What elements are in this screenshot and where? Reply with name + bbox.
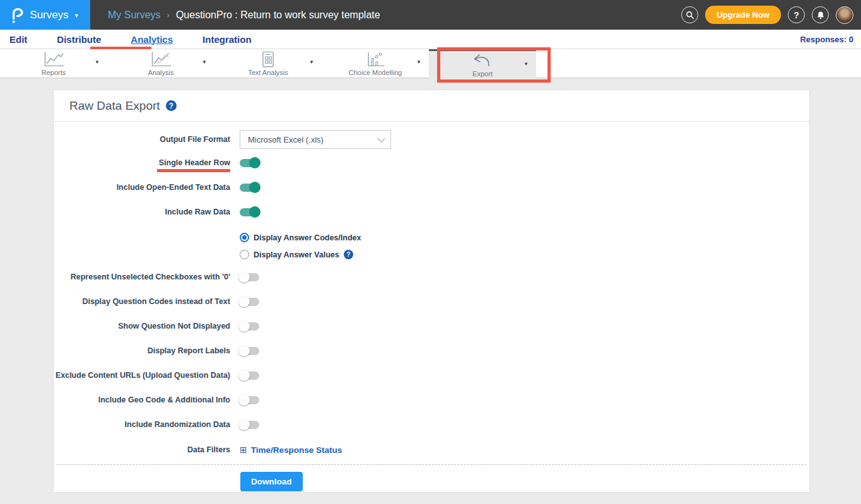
single-header-row-toggle[interactable] xyxy=(240,159,259,167)
dropdown-caret-icon[interactable]: ▼ xyxy=(95,59,100,65)
exclude-content-urls-toggle[interactable] xyxy=(240,372,259,380)
question-not-displayed-row: Show Question Not Displayed xyxy=(54,320,809,332)
content-area: Raw Data Export ? Output File Format Mic… xyxy=(0,78,861,504)
chevron-down-icon: ▼ xyxy=(74,13,79,19)
bell-icon xyxy=(816,11,825,20)
toggle-knob xyxy=(238,320,250,332)
report-labels-label: Display Report Labels xyxy=(54,346,230,355)
question-not-displayed-label: Show Question Not Displayed xyxy=(54,322,230,331)
output-file-format-row: Output File Format Microsoft Excel (.xls… xyxy=(54,130,809,149)
tab-integration[interactable]: Integration xyxy=(202,34,252,45)
exclude-content-urls-row: Exclude Content URLs (Upload Question Da… xyxy=(54,369,809,382)
single-header-row-row: Single Header Row xyxy=(54,156,809,169)
toggle-knob xyxy=(249,157,261,168)
toolbar-label: Choice Modelling xyxy=(349,69,402,76)
toolbar-label: Reports xyxy=(42,69,66,76)
select-chevron-icon xyxy=(377,134,385,143)
question-not-displayed-toggle[interactable] xyxy=(240,322,259,331)
display-answer-values-label: Display Answer Values xyxy=(254,250,339,259)
include-raw-data-row: Include Raw Data xyxy=(54,206,809,218)
display-answer-values-radio[interactable] xyxy=(240,250,249,259)
help-button[interactable]: ? xyxy=(788,6,805,23)
question-codes-toggle[interactable] xyxy=(240,298,259,306)
analysis-chart-icon xyxy=(148,51,173,68)
topbar-actions: Upgrade Now ? xyxy=(681,0,853,30)
include-open-ended-label: Include Open-Ended Text Data xyxy=(54,183,230,192)
exclude-content-urls-label: Exclude Content URLs (Upload Question Da… xyxy=(54,371,230,380)
tab-edit[interactable]: Edit xyxy=(9,34,27,45)
output-file-format-select[interactable]: Microsoft Excel (.xls) xyxy=(240,130,391,149)
upgrade-now-button[interactable]: Upgrade Now xyxy=(705,6,781,24)
report-labels-toggle[interactable] xyxy=(240,347,259,355)
expand-plus-icon: ⊞ xyxy=(240,445,247,454)
search-icon xyxy=(686,11,694,20)
search-button[interactable] xyxy=(681,6,698,23)
page-title: Raw Data Export xyxy=(69,99,160,113)
toggle-knob xyxy=(249,182,261,193)
question-codes-row: Display Question Codes instead of Text xyxy=(54,295,809,308)
display-answer-codes-label: Display Answer Codes/Index xyxy=(254,233,361,242)
download-button[interactable]: Download xyxy=(240,472,303,491)
top-bar: Surveys ▼ My Surveys › QuestionPro : Ret… xyxy=(0,0,861,30)
toggle-knob xyxy=(238,345,250,356)
responses-count: Responses: 0 xyxy=(800,35,853,44)
toolbar-item-analysis[interactable]: Analysis ▼ xyxy=(107,49,214,78)
breadcrumb: My Surveys › QuestionPro : Return to wor… xyxy=(108,9,380,21)
include-open-ended-toggle[interactable] xyxy=(240,184,259,192)
toolbar-item-export[interactable]: Export ▼ xyxy=(429,49,536,78)
toolbar-item-reports[interactable]: Reports ▼ xyxy=(0,49,107,78)
toolbar-item-text-analysis[interactable]: Text Analysis ▼ xyxy=(214,49,322,78)
unselected-checkboxes-toggle[interactable] xyxy=(240,273,259,281)
toggle-knob xyxy=(249,206,261,218)
geo-code-toggle[interactable] xyxy=(240,396,259,404)
annotation-single-header-underline xyxy=(157,169,230,172)
raw-data-export-help-icon[interactable]: ? xyxy=(166,100,177,111)
randomization-data-toggle[interactable] xyxy=(240,421,259,429)
breadcrumb-my-surveys[interactable]: My Surveys xyxy=(108,9,161,21)
answer-display-radio-group: Display Answer Codes/Index Display Answe… xyxy=(54,230,809,262)
unselected-checkboxes-row: Represent Unselected Checkboxes with '0' xyxy=(54,271,809,283)
single-header-row-label: Single Header Row xyxy=(54,158,230,167)
download-row: Download xyxy=(54,465,809,491)
dropdown-caret-icon[interactable]: ▼ xyxy=(202,59,207,65)
analytics-toolbar: Reports ▼ Analysis ▼ Text Analysis xyxy=(0,49,861,78)
breadcrumb-separator: › xyxy=(167,10,170,20)
time-response-status-label: Time/Response Status xyxy=(251,445,343,455)
toggle-knob xyxy=(238,370,250,381)
include-raw-data-toggle[interactable] xyxy=(240,208,259,216)
randomization-data-label: Include Randomization Data xyxy=(54,420,230,429)
text-analysis-doc-icon xyxy=(255,51,281,68)
toggle-knob xyxy=(238,419,250,430)
questionpro-logo-icon xyxy=(11,6,25,25)
surveys-menu-button[interactable]: Surveys ▼ xyxy=(0,0,90,30)
notifications-button[interactable] xyxy=(812,6,829,23)
dropdown-caret-icon[interactable]: ▼ xyxy=(416,59,421,65)
toggle-knob xyxy=(238,271,250,283)
tab-distribute[interactable]: Distribute xyxy=(57,34,101,45)
data-filters-row: Data Filters ⊞ Time/Response Status xyxy=(54,443,809,457)
dropdown-caret-icon[interactable]: ▼ xyxy=(524,61,529,67)
dropdown-caret-icon[interactable]: ▼ xyxy=(309,59,314,65)
raw-data-export-panel: Raw Data Export ? Output File Format Mic… xyxy=(54,90,809,492)
user-avatar[interactable] xyxy=(836,6,853,24)
breadcrumb-current-survey: QuestionPro : Return to work survey temp… xyxy=(176,9,380,21)
toolbar-label: Text Analysis xyxy=(248,69,288,76)
toolbar-label: Analysis xyxy=(148,69,174,76)
data-filters-label: Data Filters xyxy=(54,445,230,454)
export-options-form: Output File Format Microsoft Excel (.xls… xyxy=(54,122,809,491)
time-response-status-link[interactable]: ⊞ Time/Response Status xyxy=(240,445,342,455)
tab-analytics[interactable]: Analytics xyxy=(131,34,173,45)
toggle-knob xyxy=(238,394,250,406)
display-answer-codes-radio[interactable] xyxy=(240,233,249,242)
product-name: Surveys xyxy=(30,9,68,21)
display-answer-values-row: Display Answer Values ? xyxy=(240,247,809,262)
question-codes-label: Display Question Codes instead of Text xyxy=(54,297,230,306)
choice-modelling-chart-icon xyxy=(363,51,388,68)
toolbar-item-choice-modelling[interactable]: Choice Modelling ▼ xyxy=(322,49,429,78)
geo-code-label: Include Geo Code & Additional Info xyxy=(54,396,230,404)
display-answer-codes-row: Display Answer Codes/Index xyxy=(240,230,809,245)
export-arrow-icon xyxy=(470,52,495,69)
display-answer-values-help-icon[interactable]: ? xyxy=(344,250,353,259)
unselected-checkboxes-label: Represent Unselected Checkboxes with '0' xyxy=(54,273,230,281)
include-raw-data-label: Include Raw Data xyxy=(54,208,230,216)
